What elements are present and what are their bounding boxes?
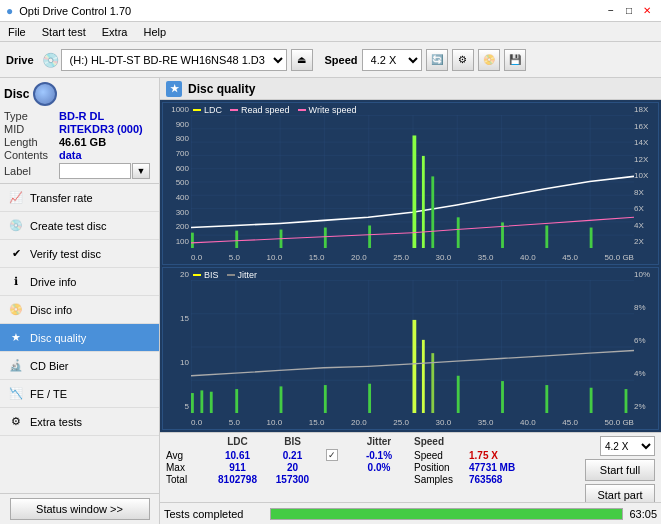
total-bis: 157300 <box>265 474 320 485</box>
samples-label: Samples <box>414 474 469 485</box>
sidebar-item-extra-tests[interactable]: ⚙ Extra tests <box>0 408 159 436</box>
avg-jitter: -0.1% <box>344 450 414 461</box>
max-ldc: 911 <box>210 462 265 473</box>
svg-rect-22 <box>422 340 425 413</box>
titlebar: ● Opti Drive Control 1.70 − □ ✕ <box>0 0 661 22</box>
sidebar-label-drive-info: Drive info <box>30 276 76 288</box>
disc-quality-icon: ★ <box>8 330 24 346</box>
verify-test-disc-icon: ✔ <box>8 246 24 262</box>
create-test-disc-icon: 💿 <box>8 218 24 234</box>
save-button[interactable]: 💾 <box>504 49 526 71</box>
status-window-area: Status window >> <box>0 493 159 524</box>
svg-rect-9 <box>457 217 460 248</box>
ldc-y-axis-left: 1000900800700600 500400300200100 <box>163 103 191 248</box>
extra-tests-icon: ⚙ <box>8 414 24 430</box>
ldc-col-header: LDC <box>210 436 265 447</box>
jitter-legend-item: Jitter <box>227 270 258 280</box>
svg-rect-27 <box>590 388 593 413</box>
fe-te-icon: 📉 <box>8 386 24 402</box>
stats-speed-select[interactable]: 4.2 X <box>600 436 655 456</box>
maximize-button[interactable]: □ <box>621 3 637 19</box>
svg-rect-11 <box>545 225 548 248</box>
ldc-y-axis-right: 18X16X14X12X10X 8X6X4X2X <box>634 103 658 248</box>
label-label: Label <box>4 165 59 177</box>
sidebar-item-fe-te[interactable]: 📉 FE / TE <box>0 380 159 408</box>
eject-button[interactable]: ⏏ <box>291 49 313 71</box>
svg-rect-6 <box>413 135 417 248</box>
svg-rect-20 <box>368 384 371 413</box>
minimize-button[interactable]: − <box>603 3 619 19</box>
disc-info-icon: 📀 <box>8 302 24 318</box>
svg-rect-26 <box>545 385 548 413</box>
svg-rect-21 <box>413 320 417 413</box>
charts-container: LDC Read speed Write speed 1000900800700… <box>160 100 661 432</box>
speed-value: 1.75 X <box>469 450 498 461</box>
speed-label: Speed <box>325 54 358 66</box>
svg-rect-5 <box>368 225 371 248</box>
disc-button[interactable]: 📀 <box>478 49 500 71</box>
svg-rect-18 <box>280 386 283 413</box>
length-label: Length <box>4 136 59 148</box>
menu-file[interactable]: File <box>4 24 30 40</box>
drive-label: Drive <box>6 54 34 66</box>
ldc-x-axis: 0.05.010.015.020.0 25.030.035.040.045.05… <box>191 253 634 262</box>
sidebar: Disc Type BD-R DL MID RITEKDR3 (000) Len… <box>0 78 160 524</box>
settings-button[interactable]: ⚙ <box>452 49 474 71</box>
sidebar-label-extra-tests: Extra tests <box>30 416 82 428</box>
stats-main: LDC BIS Jitter Speed Avg 10.61 0.21 ✓ <box>166 436 655 506</box>
menubar: File Start test Extra Help <box>0 22 661 42</box>
menu-start-test[interactable]: Start test <box>38 24 90 40</box>
drive-select[interactable]: (H:) HL-DT-ST BD-RE WH16NS48 1.D3 <box>61 49 287 71</box>
main-area: Disc Type BD-R DL MID RITEKDR3 (000) Len… <box>0 78 661 524</box>
avg-label: Avg <box>166 450 210 461</box>
type-label: Type <box>4 110 59 122</box>
sidebar-label-cd-bier: CD Bier <box>30 360 69 372</box>
avg-ldc: 10.61 <box>210 450 265 461</box>
bis-y-axis-left: 2015105 <box>163 268 191 413</box>
sidebar-item-drive-info[interactable]: ℹ Drive info <box>0 268 159 296</box>
ldc-chart-svg <box>191 115 634 248</box>
menu-help[interactable]: Help <box>139 24 170 40</box>
mid-value: RITEKDR3 (000) <box>59 123 143 135</box>
sidebar-label-disc-quality: Disc quality <box>30 332 86 344</box>
svg-rect-7 <box>422 156 425 248</box>
sidebar-label-transfer-rate: Transfer rate <box>30 192 93 204</box>
read-speed-legend-item: Read speed <box>230 105 290 115</box>
menu-extra[interactable]: Extra <box>98 24 132 40</box>
bis-y-axis-right: 10%8%6%4%2% <box>634 268 658 413</box>
svg-rect-2 <box>235 231 238 248</box>
stats-bar: LDC BIS Jitter Speed Avg 10.61 0.21 ✓ <box>160 432 661 502</box>
sidebar-label-fe-te: FE / TE <box>30 388 67 400</box>
bis-legend-item: BIS <box>193 270 219 280</box>
speed-label2: Speed <box>414 450 469 461</box>
label-input[interactable] <box>59 163 131 179</box>
jitter-col-header: Jitter <box>344 436 414 447</box>
start-full-button[interactable]: Start full <box>585 459 655 481</box>
sidebar-label-create-test-disc: Create test disc <box>30 220 106 232</box>
sidebar-item-cd-bier[interactable]: 🔬 CD Bier <box>0 352 159 380</box>
total-ldc: 8102798 <box>210 474 265 485</box>
sidebar-item-create-test-disc[interactable]: 💿 Create test disc <box>0 212 159 240</box>
sidebar-item-disc-quality[interactable]: ★ Disc quality <box>0 324 159 352</box>
contents-label: Contents <box>4 149 59 161</box>
jitter-checkbox[interactable]: ✓ <box>326 449 338 461</box>
samples-value: 763568 <box>469 474 502 485</box>
max-jitter: 0.0% <box>344 462 414 473</box>
status-window-button[interactable]: Status window >> <box>10 498 150 520</box>
bis-col-header: BIS <box>265 436 320 447</box>
sidebar-item-disc-info[interactable]: 📀 Disc info <box>0 296 159 324</box>
sidebar-item-verify-test-disc[interactable]: ✔ Verify test disc <box>0 240 159 268</box>
speed-col-header: Speed <box>414 436 484 447</box>
close-button[interactable]: ✕ <box>639 3 655 19</box>
read-speed-legend-label: Read speed <box>241 105 290 115</box>
refresh-button[interactable]: 🔄 <box>426 49 448 71</box>
svg-rect-15 <box>200 390 203 413</box>
progress-bar <box>270 508 623 520</box>
stats-right: 4.2 X Start full Start part <box>585 436 655 506</box>
sidebar-item-transfer-rate[interactable]: 📈 Transfer rate <box>0 184 159 212</box>
speed-select[interactable]: 4.2 X <box>362 49 422 71</box>
bis-x-axis: 0.05.010.015.020.0 25.030.035.040.045.05… <box>191 418 634 427</box>
disc-quality-title: Disc quality <box>188 82 255 96</box>
titlebar-left: ● Opti Drive Control 1.70 <box>6 4 131 18</box>
label-browse-button[interactable]: ▼ <box>132 163 150 179</box>
